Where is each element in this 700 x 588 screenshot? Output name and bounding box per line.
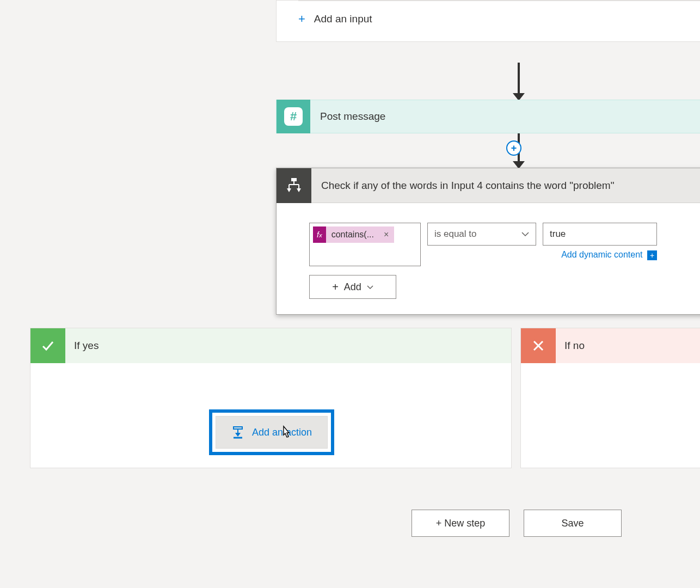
add-dynamic-content-link[interactable]: Add dynamic content + xyxy=(543,250,657,260)
svg-marker-6 xyxy=(297,188,301,192)
action-icon xyxy=(231,426,244,439)
plus-icon: + xyxy=(298,12,305,26)
check-icon xyxy=(30,328,65,363)
condition-card: Check if any of the words in Input 4 con… xyxy=(276,168,700,315)
svg-rect-7 xyxy=(234,427,242,429)
condition-value-2[interactable] xyxy=(543,223,657,246)
svg-marker-9 xyxy=(235,433,241,437)
plus-badge-icon: + xyxy=(647,250,657,260)
chevron-down-icon xyxy=(521,231,529,237)
fx-icon: fx xyxy=(313,226,326,243)
add-button-label: Add xyxy=(344,281,361,293)
remove-token-icon[interactable]: × xyxy=(378,230,394,240)
if-yes-branch: If yes Add an action xyxy=(30,328,512,468)
if-yes-header[interactable]: If yes xyxy=(30,328,511,363)
if-yes-label: If yes xyxy=(65,340,99,352)
expression-token[interactable]: fx contains(... × xyxy=(313,226,394,243)
save-button[interactable]: Save xyxy=(524,510,622,537)
condition-icon xyxy=(277,168,311,203)
if-no-branch: If no xyxy=(520,328,700,468)
add-condition-button[interactable]: + Add xyxy=(309,275,396,299)
connector-arrow xyxy=(513,63,525,101)
svg-rect-0 xyxy=(291,178,297,181)
condition-value-1[interactable]: fx contains(... × xyxy=(309,223,421,266)
footer-buttons: + New step Save xyxy=(412,510,622,537)
divider xyxy=(298,1,700,1)
chevron-down-icon xyxy=(367,285,373,290)
slack-icon: # xyxy=(277,100,310,133)
trigger-card: + Add an input xyxy=(276,0,700,42)
post-message-action[interactable]: # Post message xyxy=(276,100,700,133)
operator-label: is equal to xyxy=(434,229,477,240)
insert-step-button[interactable]: + xyxy=(506,140,521,156)
dynamic-content-label: Add dynamic content xyxy=(561,250,642,259)
add-action-highlight: Add an action xyxy=(209,409,334,455)
close-icon xyxy=(521,328,556,363)
condition-header[interactable]: Check if any of the words in Input 4 con… xyxy=(277,168,700,203)
post-message-title: Post message xyxy=(310,111,385,122)
plus-icon: + xyxy=(332,281,339,293)
if-no-header[interactable]: If no xyxy=(521,328,700,363)
expression-text: contains(... xyxy=(326,230,378,240)
new-step-button[interactable]: + New step xyxy=(412,510,509,537)
add-action-button[interactable]: Add an action xyxy=(216,416,328,449)
if-no-label: If no xyxy=(556,340,585,352)
add-input-button[interactable]: + Add an input xyxy=(298,12,700,26)
svg-marker-5 xyxy=(287,188,291,192)
condition-operator-select[interactable]: is equal to xyxy=(427,223,536,246)
add-action-label: Add an action xyxy=(252,427,312,438)
condition-title: Check if any of the words in Input 4 con… xyxy=(311,180,614,192)
add-input-label: Add an input xyxy=(314,13,372,25)
